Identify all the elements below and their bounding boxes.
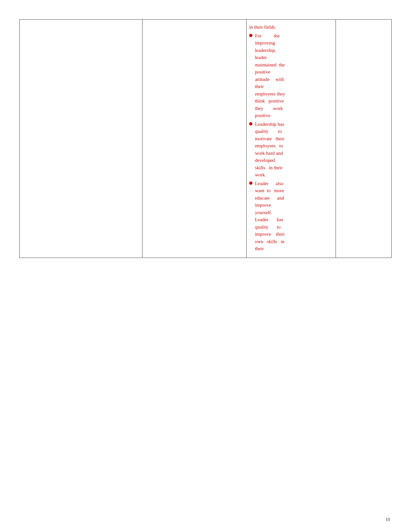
column-2 bbox=[142, 20, 246, 258]
bullet-item-2: Leadership has quality to motivate their… bbox=[249, 121, 333, 179]
bullet-dot-2 bbox=[249, 122, 252, 125]
column-1 bbox=[20, 20, 142, 258]
bullet-item-3: Leader also want to more educate and imp… bbox=[249, 180, 333, 252]
intro-text: in their fields. bbox=[249, 24, 333, 31]
column-3-content: in their fields. For the improving leade… bbox=[246, 20, 336, 258]
bullet-item-1: For the improving leadership, leader mai… bbox=[249, 32, 333, 119]
bullet-2-text: Leadership has quality to motivate their… bbox=[255, 121, 333, 179]
column-4 bbox=[336, 20, 391, 258]
main-table: in their fields. For the improving leade… bbox=[19, 19, 392, 258]
bullet-dot-3 bbox=[249, 182, 252, 185]
bullet-1-text: For the improving leadership, leader mai… bbox=[255, 32, 333, 119]
bullet-list: For the improving leadership, leader mai… bbox=[249, 32, 333, 252]
bullet-dot-1 bbox=[249, 34, 252, 37]
page-container: in their fields. For the improving leade… bbox=[0, 0, 411, 532]
page-number: 10 bbox=[386, 517, 390, 522]
bullet-3-text: Leader also want to more educate and imp… bbox=[255, 180, 333, 252]
